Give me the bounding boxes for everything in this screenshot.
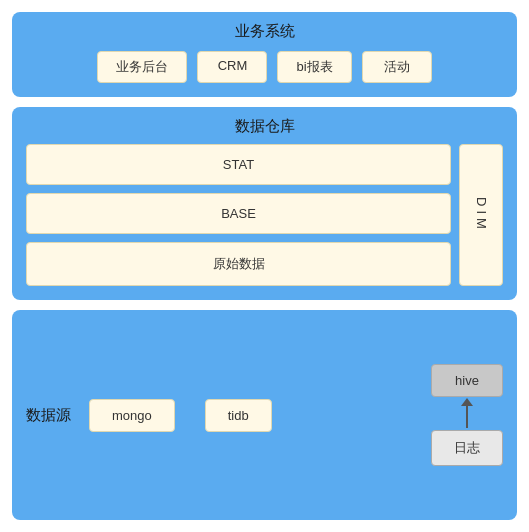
section-warehouse: 数据仓库 STAT BASE 原始数据 DIM: [12, 107, 517, 300]
datasource-label: 数据源: [26, 406, 71, 425]
warehouse-body: STAT BASE 原始数据 DIM: [26, 144, 503, 286]
business-items: 业务后台 CRM bi报表 活动: [26, 51, 503, 83]
arrow-up: [461, 399, 473, 428]
hive-area: hive 日志: [431, 364, 503, 466]
warehouse-title: 数据仓库: [235, 117, 295, 136]
main-container: 业务系统 业务后台 CRM bi报表 活动 数据仓库 STAT BASE 原始数…: [0, 0, 529, 532]
arrow-line: [466, 406, 468, 428]
business-item-3: 活动: [362, 51, 432, 83]
business-item-0: 业务后台: [97, 51, 187, 83]
hive-node: hive: [431, 364, 503, 397]
business-title: 业务系统: [235, 22, 295, 41]
arrow-head: [461, 398, 473, 406]
layer-stat: STAT: [26, 144, 451, 185]
rizhi-node: 日志: [431, 430, 503, 466]
business-item-2: bi报表: [277, 51, 351, 83]
datasource-nodes: mongo tidb: [89, 399, 272, 432]
business-item-1: CRM: [197, 51, 267, 83]
section-business: 业务系统 业务后台 CRM bi报表 活动: [12, 12, 517, 97]
section-datasource: 数据源 mongo tidb hive 日志: [12, 310, 517, 520]
warehouse-layers: STAT BASE 原始数据: [26, 144, 451, 286]
layer-raw: 原始数据: [26, 242, 451, 286]
dim-block: DIM: [459, 144, 503, 286]
layer-base: BASE: [26, 193, 451, 234]
datasource-node-0: mongo: [89, 399, 175, 432]
datasource-node-1: tidb: [205, 399, 272, 432]
